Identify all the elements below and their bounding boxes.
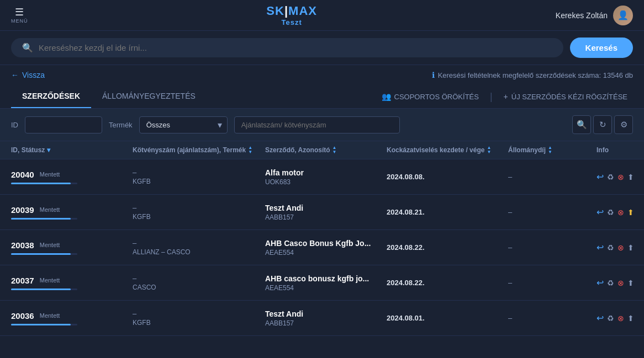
id-num-4[interactable]: 20036 xyxy=(11,311,34,320)
progress-bar-2 xyxy=(11,253,77,255)
search-input[interactable] xyxy=(39,43,552,52)
refresh-icon: ↻ xyxy=(599,120,606,130)
filter-policy-input[interactable] xyxy=(234,116,400,133)
cell-id-top-0: 20040 Mentett xyxy=(11,170,133,179)
stop-icon-0[interactable]: ⊗ xyxy=(617,173,624,181)
th-date[interactable]: Kockázatviselés kezdete / vége ▲▼ xyxy=(387,146,508,154)
cell-amount-3: – xyxy=(508,272,597,293)
cell-policy-3: – CASCO xyxy=(133,268,265,298)
share-icon-2[interactable]: ⬆ xyxy=(627,243,634,252)
cell-client-4[interactable]: Teszt Andi AABB157 xyxy=(265,303,387,334)
cell-id-top-3: 20037 Mentett xyxy=(11,276,133,285)
back-label: Vissza xyxy=(22,71,45,79)
divider: | xyxy=(490,91,493,103)
policy-type-3: CASCO xyxy=(133,284,265,291)
cell-client-0[interactable]: Alfa motor UOK683 xyxy=(265,162,387,193)
cell-amount-1: – xyxy=(508,201,597,223)
cell-id-0: 20040 Mentett xyxy=(11,163,133,191)
table-header: ID, Státusz ▾ Kötvényszám (ajánlatszám),… xyxy=(0,141,644,159)
progress-fill-0 xyxy=(11,183,71,184)
table-row: 20040 Mentett – KGFB Alfa motor UOK683 2… xyxy=(0,159,644,195)
stop-icon-3[interactable]: ⊗ xyxy=(617,279,624,287)
tabs-actions: 👥 CSOPORTOS ÖRÖKÍTÉS | + ÚJ SZERZŐDÉS KÉ… xyxy=(376,89,633,104)
tab-allomanyegyeztetes[interactable]: ÁLLOMÁNYEGYEZTETÉS xyxy=(91,85,207,108)
status-badge-4: Mentett xyxy=(40,312,60,319)
client-name-3: AHB casco bonusz kgfb jo... xyxy=(265,274,387,283)
client-name-4: Teszt Andi xyxy=(265,309,387,318)
filter-settings-button[interactable]: ⚙ xyxy=(614,115,633,134)
progress-bar-3 xyxy=(11,288,77,290)
client-id-3: AEAE554 xyxy=(265,284,387,292)
share-yellow-icon-1[interactable]: ⬆ xyxy=(627,208,634,217)
sort-icon-id: ▾ xyxy=(47,146,50,154)
cell-actions-2: ↩ ♻ ⊗ ⬆ xyxy=(597,236,644,259)
cell-id-2: 20038 Mentett xyxy=(11,234,133,261)
cell-client-1[interactable]: Teszt Andi AABB157 xyxy=(265,197,387,228)
stop-icon-4[interactable]: ⊗ xyxy=(617,314,624,323)
cell-id-top-1: 20039 Mentett xyxy=(11,205,133,215)
progress-bar-4 xyxy=(11,324,77,325)
policy-type-2: ALLIANZ – CASCO xyxy=(133,248,265,256)
cell-client-3[interactable]: AHB casco bonusz kgfb jo... AEAE554 xyxy=(265,268,387,298)
recycle-icon-2[interactable]: ♻ xyxy=(607,243,614,252)
result-count: ℹ Keresési feltételnek megfelelő szerződ… xyxy=(432,71,633,79)
share-icon-0[interactable]: ⬆ xyxy=(627,173,634,181)
cell-client-2[interactable]: AHB Casco Bonus Kgfb Jo... AEAE554 xyxy=(265,232,387,263)
undo-icon-4[interactable]: ↩ xyxy=(597,313,604,323)
undo-icon-1[interactable]: ↩ xyxy=(597,207,604,217)
recycle-icon-4[interactable]: ♻ xyxy=(607,314,614,323)
th-policy[interactable]: Kötvényszám (ajánlatszám), Termék ▲▼ xyxy=(133,146,265,154)
id-num-0[interactable]: 20040 xyxy=(11,170,34,179)
cell-date-0: 2024.08.08. xyxy=(387,166,508,188)
cell-amount-2: – xyxy=(508,237,597,258)
topnav: ☰ MENÜ SK|MAX Teszt Kerekes Zoltán 👤 xyxy=(0,0,644,31)
th-info-label: Info xyxy=(597,146,609,154)
policy-dash-4: – xyxy=(133,309,265,318)
id-num-3[interactable]: 20037 xyxy=(11,276,34,285)
share-icon-4[interactable]: ⬆ xyxy=(627,314,634,323)
user-name: Kerekes Zoltán xyxy=(556,11,608,20)
progress-fill-3 xyxy=(11,288,71,290)
info-icon: ℹ xyxy=(432,71,435,79)
filter-actions: 🔍 ↻ ⚙ xyxy=(572,115,633,134)
product-select[interactable]: Összes KGFB CASCO xyxy=(139,116,228,133)
recycle-icon-1[interactable]: ♻ xyxy=(607,208,614,217)
search-button[interactable]: Keresés xyxy=(570,38,633,58)
recycle-icon-3[interactable]: ♻ xyxy=(607,279,614,287)
back-button[interactable]: ← Vissza xyxy=(11,71,45,79)
cell-policy-1: – KGFB xyxy=(133,197,265,227)
th-amount-label: Állománydíj xyxy=(508,146,546,154)
filter-search-button[interactable]: 🔍 xyxy=(572,115,591,134)
share-icon-3[interactable]: ⬆ xyxy=(627,279,634,287)
user-area: Kerekes Zoltán 👤 xyxy=(556,6,633,25)
status-badge-3: Mentett xyxy=(40,277,60,284)
tab-szerzodések[interactable]: SZERZŐDÉSEK xyxy=(11,85,91,108)
stop-icon-1[interactable]: ⊗ xyxy=(617,208,624,217)
stop-icon-2[interactable]: ⊗ xyxy=(617,243,624,252)
undo-icon-0[interactable]: ↩ xyxy=(597,172,604,182)
client-name-2: AHB Casco Bonus Kgfb Jo... xyxy=(265,239,387,248)
th-amount[interactable]: Állománydíj ▲▼ xyxy=(508,146,597,154)
avatar[interactable]: 👤 xyxy=(613,6,633,25)
uj-szerzodes-button[interactable]: + ÚJ SZERZŐDÉS KÉZI RÖGZÍTÉSE xyxy=(498,89,633,104)
undo-icon-2[interactable]: ↩ xyxy=(597,242,604,253)
cell-actions-4: ↩ ♻ ⊗ ⬆ xyxy=(597,306,644,330)
sort-arrows-date: ▲▼ xyxy=(487,146,491,154)
result-count-text: Keresési feltételnek megfelelő szerződés… xyxy=(438,71,633,79)
th-id-status[interactable]: ID, Státusz ▾ xyxy=(11,146,133,154)
policy-type-4: KGFB xyxy=(133,319,265,327)
menu-label: MENÜ xyxy=(11,18,28,24)
menu-button[interactable]: ☰ MENÜ xyxy=(11,7,28,24)
recycle-icon-0[interactable]: ♻ xyxy=(607,173,614,181)
th-client[interactable]: Szerződő, Azonosító ▲▼ xyxy=(265,146,387,154)
csoportos-button[interactable]: 👥 CSOPORTOS ÖRÖKÍTÉS xyxy=(376,89,484,104)
table-row: 20037 Mentett – CASCO AHB casco bonusz k… xyxy=(0,265,644,301)
filter-refresh-button[interactable]: ↻ xyxy=(593,115,612,134)
id-num-1[interactable]: 20039 xyxy=(11,205,34,215)
policy-type-1: KGFB xyxy=(133,213,265,221)
filter-id-input[interactable] xyxy=(25,116,102,133)
cell-id-3: 20037 Mentett xyxy=(11,269,133,297)
id-num-2[interactable]: 20038 xyxy=(11,241,34,250)
undo-icon-3[interactable]: ↩ xyxy=(597,277,604,288)
hamburger-icon: ☰ xyxy=(15,7,24,17)
